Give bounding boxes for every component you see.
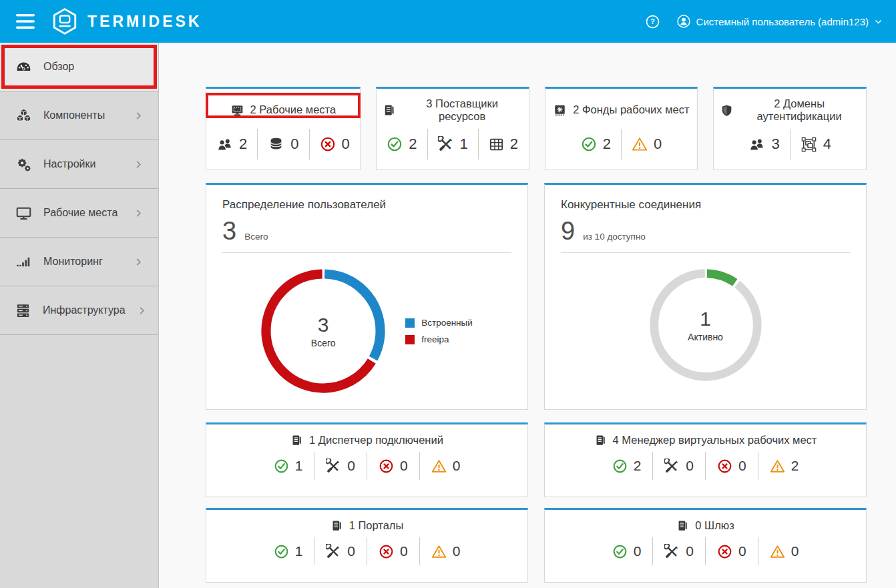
gears-icon <box>15 156 32 173</box>
dashboard-content: 2 Рабочие места 2 0 0 <box>159 43 896 588</box>
termidesk-logo-icon <box>51 7 79 35</box>
stat-pools: 2 <box>478 129 528 160</box>
sidebar-item-overview[interactable]: Обзор <box>0 43 158 91</box>
grid-icon <box>489 137 504 152</box>
stat-ok: 1 <box>262 452 314 480</box>
card-title: 1 Диспетчер подключений <box>309 434 443 447</box>
users-icon <box>216 136 233 153</box>
stat-ok: 0 <box>601 537 653 565</box>
tools-icon <box>664 544 680 559</box>
sidebar-item-label: Обзор <box>43 61 74 73</box>
card-title: 4 Менеджер виртуальных рабочих мест <box>613 434 817 447</box>
chart-legend: Встроенный freeipa <box>405 318 473 344</box>
chart-title: Конкурентные соединения <box>561 198 850 212</box>
stat-warnings: 0 <box>419 537 472 565</box>
chart-title: Распределение пользователей <box>222 198 511 212</box>
warning-icon <box>770 459 785 474</box>
chart-card-user-distribution: Распределение пользователей 3 Всего 3 Вс… <box>206 183 528 410</box>
users-icon <box>748 136 765 153</box>
stat-ok: 1 <box>262 537 314 565</box>
chevron-right-icon <box>134 208 144 218</box>
sidebar: Обзор Компоненты Настройки Рабочие места <box>0 43 159 588</box>
sidebar-item-infrastructure[interactable]: Инфраструктура <box>0 286 158 335</box>
stat-database: 0 <box>257 129 308 160</box>
tools-icon <box>326 544 341 559</box>
stat-maintenance: 0 <box>314 537 367 565</box>
journal-icon <box>676 519 689 532</box>
chevron-right-icon <box>134 257 144 267</box>
sidebar-item-label: Мониторинг <box>43 256 103 268</box>
user-name: Системный пользователь (admin123) <box>696 16 869 27</box>
monitor-icon <box>15 205 32 222</box>
card-workplaces-header: 2 Рабочие места <box>206 95 360 125</box>
sidebar-item-workplaces[interactable]: Рабочие места <box>0 189 158 238</box>
sidebar-item-settings[interactable]: Настройки <box>0 140 158 189</box>
card-gateway: 0 Шлюз 0 0 0 0 <box>544 508 867 583</box>
signal-icon <box>15 254 32 270</box>
stat-ok: 2 <box>377 129 427 160</box>
legend-item: freeipa <box>405 334 473 344</box>
warning-icon <box>770 544 785 559</box>
card-resource-providers: 3 Поставщики ресурсов 2 1 2 <box>376 87 529 170</box>
stat-maintenance: 0 <box>652 537 705 565</box>
check-icon <box>581 136 597 152</box>
card-connection-dispatcher: 1 Диспетчер подключений 1 0 0 0 <box>206 422 528 497</box>
user-menu[interactable]: Системный пользователь (admin123) <box>676 14 883 29</box>
error-icon <box>320 136 336 152</box>
card-title: 0 Шлюз <box>695 519 734 532</box>
help-icon <box>645 14 660 29</box>
card-vdi-manager: 4 Менеджер виртуальных рабочих мест 2 0 … <box>544 422 867 497</box>
card-title: 3 Поставщики ресурсов <box>402 97 522 123</box>
sidebar-item-label: Настройки <box>43 158 95 170</box>
sidebar-item-monitoring[interactable]: Мониторинг <box>0 238 158 286</box>
help-button[interactable] <box>645 14 660 29</box>
chevron-right-icon <box>137 306 147 316</box>
card-title: 2 Домены аутентификации <box>739 97 859 123</box>
journal-icon <box>594 434 607 447</box>
journal-icon <box>290 434 303 447</box>
tools-icon <box>326 459 341 474</box>
brand[interactable]: TERMIDESK <box>51 7 202 35</box>
database-icon <box>268 136 284 153</box>
donut-chart-connections: 1 Активно <box>650 269 762 381</box>
tools-icon <box>664 459 680 474</box>
stat-ok: 2 <box>601 452 653 480</box>
check-icon <box>387 136 403 152</box>
tools-icon <box>438 136 454 152</box>
card-workplaces: 2 Рабочие места 2 0 0 <box>206 87 361 170</box>
journal-icon <box>330 519 343 532</box>
card-auth-domains: 2 Домены аутентификации 3 4 <box>713 87 867 170</box>
object-group-icon <box>801 136 817 153</box>
chevron-down-icon <box>874 17 883 26</box>
menu-toggle-button[interactable] <box>13 9 37 33</box>
chart-summary-label: из 10 доступно <box>583 232 646 242</box>
check-icon <box>274 459 289 474</box>
card-title: 2 Рабочие места <box>250 103 337 116</box>
sidebar-item-label: Рабочие места <box>43 207 118 219</box>
stat-warnings: 0 <box>419 452 472 480</box>
stat-ok: 2 <box>571 129 621 160</box>
stat-errors: 0 <box>309 129 360 160</box>
check-icon <box>612 459 628 474</box>
hamburger-icon <box>16 14 35 29</box>
error-icon <box>379 459 394 474</box>
chart-summary-value: 3 <box>222 217 236 246</box>
stat-errors: 0 <box>367 537 419 565</box>
legend-swatch <box>405 335 415 344</box>
sidebar-item-label: Компоненты <box>43 109 105 121</box>
stat-users: 2 <box>206 129 257 160</box>
user-icon <box>676 14 691 29</box>
chart-summary-value: 9 <box>561 217 575 246</box>
card-portals: 1 Порталы 1 0 0 0 <box>206 508 528 583</box>
stat-warnings: 0 <box>758 537 811 565</box>
legend-item: Встроенный <box>405 318 473 328</box>
stat-users: 3 <box>738 129 789 160</box>
sidebar-item-components[interactable]: Компоненты <box>0 91 158 140</box>
error-icon <box>717 459 732 474</box>
check-icon <box>274 544 289 559</box>
warning-icon <box>431 459 447 474</box>
stat-errors: 0 <box>705 452 758 480</box>
chevron-right-icon <box>134 111 144 121</box>
stat-warnings: 0 <box>621 129 672 160</box>
servers-icon <box>15 302 31 319</box>
